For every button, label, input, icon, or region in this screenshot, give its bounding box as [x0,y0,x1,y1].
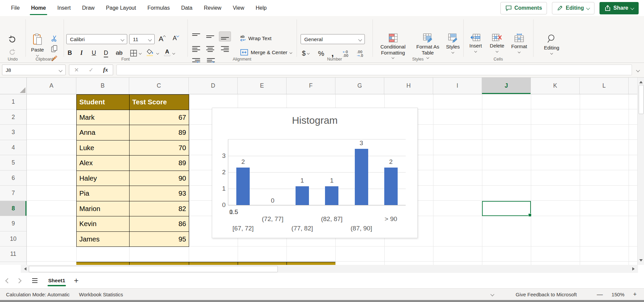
table-cell-student[interactable]: Haley [77,171,130,186]
vertical-scroll-thumb[interactable] [639,85,644,114]
menu-tab-insert[interactable]: Insert [52,0,76,16]
workbook-statistics-button[interactable]: Workbook Statistics [79,292,123,297]
comments-button[interactable]: Comments [500,2,547,14]
chevron-down-icon[interactable] [172,52,175,55]
menu-tab-view[interactable]: View [227,0,250,16]
zoom-level[interactable]: 150% [612,292,624,297]
scroll-down-arrow[interactable] [639,259,643,263]
undo-button[interactable] [7,35,17,44]
previous-sheet-button[interactable] [5,278,11,283]
row-header-5[interactable]: 5 [0,155,26,171]
column-header-K[interactable]: K [531,78,580,94]
add-sheet-button[interactable]: + [74,277,79,284]
status-options-chevron[interactable] [490,292,494,296]
sheet-tab-sheet1[interactable]: Sheet1 [47,274,67,288]
table-cell-student[interactable]: Luke [77,140,130,156]
column-header-L[interactable]: L [580,78,629,94]
row-header-7[interactable]: 7 [0,186,26,201]
menu-tab-review[interactable]: Review [198,0,227,16]
table-cell-student[interactable]: Kevin [77,216,130,232]
select-all-corner[interactable] [0,78,27,94]
column-header-H[interactable]: H [384,78,433,94]
confirm-entry-button[interactable]: ✓ [89,67,93,74]
table-header-student[interactable]: Student [77,95,130,110]
table-cell-student[interactable]: James [77,232,130,247]
align-right-button[interactable] [221,46,229,52]
horizontal-scroll-track[interactable] [21,265,638,273]
all-sheets-menu-button[interactable] [32,278,37,283]
formula-bar-expand-chevron[interactable] [636,68,640,72]
column-header-F[interactable]: F [287,78,335,94]
row-header-11[interactable]: 11 [0,246,26,262]
font-color-button[interactable]: A [164,49,170,56]
horizontal-scroll-thumb[interactable] [29,266,278,272]
delete-cells-button[interactable]: Delete [487,33,507,52]
formula-input[interactable] [116,65,632,75]
align-bottom-button[interactable] [219,31,231,41]
table-cell-score[interactable]: 67 [130,110,189,125]
align-top-button[interactable] [192,33,200,39]
chevron-down-icon[interactable] [139,52,142,55]
scroll-up-arrow[interactable] [639,79,643,83]
table-cell-student[interactable]: Marion [77,201,130,217]
active-cell-J8[interactable] [482,201,531,216]
paste-button[interactable]: Paste [29,33,46,56]
name-box[interactable]: J8 [2,65,66,75]
align-center-button[interactable] [206,46,214,52]
scroll-left-arrow[interactable] [22,267,26,271]
chevron-down-icon[interactable] [156,52,159,55]
increase-decimal-button[interactable]: .00 →.0 [357,50,363,58]
menu-tab-help[interactable]: Help [250,0,272,16]
row-header-10[interactable]: 10 [0,231,26,247]
conditional-formatting-button[interactable]: Conditional Formatting [375,33,411,59]
insert-cells-button[interactable]: Insert [466,33,485,52]
feedback-link[interactable]: Give Feedback to Microsoft [516,292,577,297]
next-sheet-button[interactable] [16,278,22,283]
font-size-select[interactable]: 11 [129,34,155,44]
menu-tab-page-layout[interactable]: Page Layout [100,0,142,16]
table-cell-score[interactable]: 93 [130,186,189,201]
copy-button[interactable] [51,45,58,53]
cell-grid[interactable]: StudentTest ScoreMark67Anna89Luke70Alex8… [27,94,637,265]
wrap-text-button[interactable]: abc↩ Wrap Text [240,35,271,42]
format-as-table-button[interactable]: Format As Table [413,33,442,59]
vertical-scrollbar[interactable] [637,78,644,265]
currency-format-button[interactable]: $ [302,49,309,57]
insert-function-button[interactable]: fx [103,67,108,73]
align-left-button[interactable] [192,46,200,52]
column-header-I[interactable]: I [433,78,482,94]
menu-tab-home[interactable]: Home [25,0,52,16]
bold-button[interactable]: B [68,49,72,57]
column-header-B[interactable]: B [76,78,129,94]
number-format-select[interactable]: General [301,34,365,44]
underline-button[interactable]: U [92,49,96,57]
format-cells-button[interactable]: Format [509,33,530,53]
column-header-J[interactable]: J [482,78,531,94]
column-header-E[interactable]: E [238,78,287,94]
editing-menu-button[interactable]: Editing [541,33,562,54]
table-cell-student[interactable]: Anna [77,125,130,140]
table-cell-student[interactable]: Mark [77,110,130,125]
menu-tab-formulas[interactable]: Formulas [142,0,175,16]
editing-mode-button[interactable]: Editing [552,2,594,14]
increase-font-size-button[interactable]: A [159,35,165,43]
column-header-A[interactable]: A [27,78,76,94]
histogram-chart[interactable]: Histogram 01232[67, 72]0(72, 77]1(77, 82… [212,108,418,238]
row-header-3[interactable]: 3 [0,125,26,140]
table-cell-student[interactable]: Pia [77,186,130,201]
row-header-1[interactable]: 1 [0,94,26,110]
strikethrough-button[interactable]: ab [116,49,123,57]
borders-button[interactable] [130,49,137,57]
table-cell-score[interactable]: 70 [130,140,189,156]
horizontal-scrollbar[interactable] [0,265,644,273]
menu-tab-file[interactable]: File [5,0,25,16]
row-header-9[interactable]: 9 [0,216,26,231]
menu-tab-data[interactable]: Data [175,0,198,16]
percent-format-button[interactable]: % [318,49,324,58]
merge-center-button[interactable]: Merge & Center [240,49,292,56]
table-header-test-score[interactable]: Test Score [130,95,189,110]
share-button[interactable]: Share [599,2,639,14]
row-header-6[interactable]: 6 [0,171,26,186]
row-header-2[interactable]: 2 [0,110,26,125]
table-cell-score[interactable]: 82 [130,201,189,217]
